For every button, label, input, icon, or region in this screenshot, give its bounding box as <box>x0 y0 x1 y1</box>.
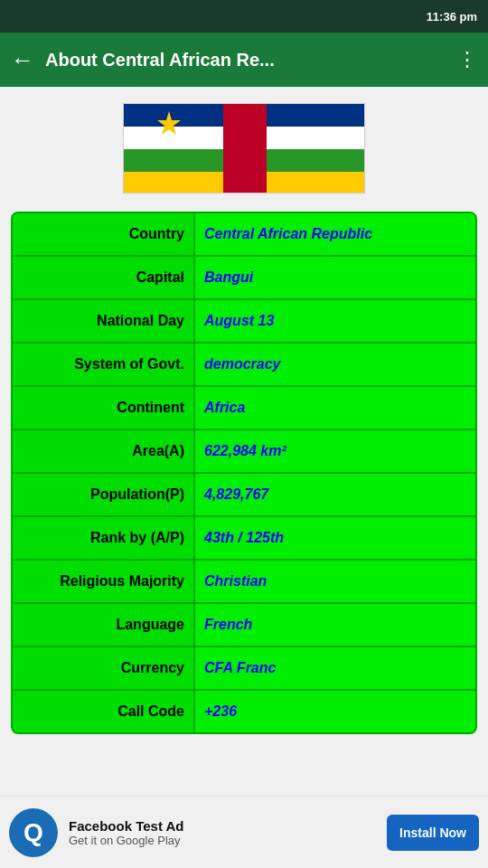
row-label: Capital <box>13 257 193 298</box>
status-time: 11:36 pm <box>427 10 477 24</box>
table-row: Area(A)622,984 km² <box>13 430 475 474</box>
back-button[interactable]: ← <box>11 48 34 71</box>
row-label: Call Code <box>13 691 193 732</box>
row-label: Religious Majority <box>13 561 193 602</box>
row-value: CFA Franc <box>193 647 475 689</box>
table-row: System of Govt.democracy <box>13 344 475 387</box>
overflow-menu-button[interactable]: ⋮ <box>457 48 477 71</box>
flag-container <box>0 87 488 203</box>
svg-rect-4 <box>223 104 267 193</box>
ad-banner: Q Facebook Test Ad Get it on Google Play… <box>0 796 488 868</box>
app-bar-title: About Central African Re... <box>45 50 446 71</box>
ad-text: Facebook Test Ad Get it on Google Play <box>69 818 376 847</box>
table-row: CapitalBangui <box>13 257 475 300</box>
row-value: 43th / 125th <box>193 517 475 559</box>
install-now-button[interactable]: Install Now <box>387 815 479 851</box>
table-row: CurrencyCFA Franc <box>13 647 475 691</box>
table-row: National DayAugust 13 <box>13 300 475 344</box>
table-row: CountryCentral African Republic <box>13 213 475 257</box>
row-value: August 13 <box>193 300 475 342</box>
status-bar: 11:36 pm <box>0 0 488 33</box>
ad-subtitle: Get it on Google Play <box>69 834 376 847</box>
table-row: Religious MajorityChristian <box>13 561 475 604</box>
row-value: 4,829,767 <box>193 474 475 515</box>
row-value: Bangui <box>193 257 475 298</box>
row-value: +236 <box>193 691 475 732</box>
row-label: Currency <box>13 647 193 689</box>
row-label: Country <box>13 213 193 255</box>
row-label: Continent <box>13 387 193 429</box>
row-value: 622,984 km² <box>193 430 475 472</box>
row-label: Language <box>13 604 193 646</box>
row-value: Central African Republic <box>193 213 475 255</box>
row-value: Africa <box>193 387 475 429</box>
app-bar: ← About Central African Re... ⋮ <box>0 33 488 87</box>
info-table: CountryCentral African RepublicCapitalBa… <box>11 212 477 734</box>
table-row: Population(P)4,829,767 <box>13 474 475 517</box>
table-row: Call Code+236 <box>13 691 475 732</box>
row-label: Rank by (A/P) <box>13 517 193 559</box>
table-row: ContinentAfrica <box>13 387 475 430</box>
row-label: System of Govt. <box>13 344 193 385</box>
row-value: democracy <box>193 344 475 385</box>
row-label: Population(P) <box>13 474 193 515</box>
ad-icon: Q <box>9 808 58 857</box>
row-label: Area(A) <box>13 430 193 472</box>
row-value: French <box>193 604 475 646</box>
country-flag <box>123 103 365 193</box>
ad-title: Facebook Test Ad <box>69 818 376 834</box>
row-value: Christian <box>193 561 475 602</box>
row-label: National Day <box>13 300 193 342</box>
table-row: LanguageFrench <box>13 604 475 647</box>
table-row: Rank by (A/P)43th / 125th <box>13 517 475 561</box>
